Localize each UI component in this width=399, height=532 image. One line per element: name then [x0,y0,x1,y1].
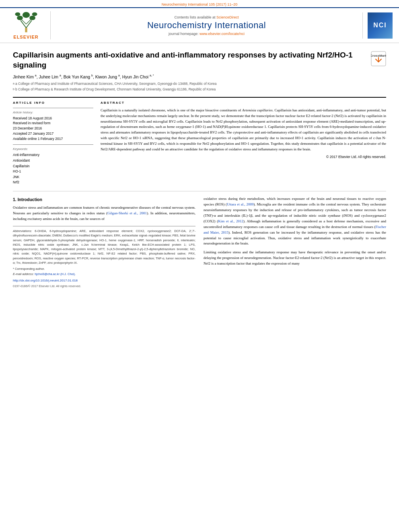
svg-rect-0 [25,28,27,32]
email-address[interactable]: hjchoi3@cha.ac.kr (H.J. Choi). [35,272,76,276]
abstract-column: ABSTRACT Capillarisin is a naturally iso… [101,101,386,185]
article-info-column: ARTICLE INFO Article history: Received 1… [13,101,93,185]
keywords-block: Keywords: Anti-inflammatory Antioxidant … [13,144,93,185]
sciencedirect-link[interactable]: ScienceDirect [216,15,239,19]
page-wrapper: Neurochemistry International 105 (2017) … [0,0,399,293]
main-content: Capillarisin augments anti-oxidative and… [0,43,399,293]
available-date: Available online 1 February 2017 [13,136,93,142]
keyword-anti-inflammatory: Anti-inflammatory [13,152,93,158]
keyword-capillarisin: Capillarisin [13,164,93,169]
body-two-col: 1. Introduction Oxidative stress and inf… [13,196,386,288]
keyword-antioxidant: Antioxidant [13,158,93,164]
intro-section-title: 1. Introduction [13,196,195,203]
nci-box: NCI [368,12,393,39]
svg-point-6 [17,16,23,20]
journal-header: ELSEVIER Contents lists available at Sci… [0,7,399,43]
elsevier-label: ELSEVIER [13,35,38,39]
abbreviations-block: Abbreviations: 6-OHDA, 6-hydroxydopamine… [13,229,195,265]
nci-label: NCI [373,22,387,29]
cite-kim2012[interactable]: Kim et al., 2012 [218,219,243,223]
section-divider [13,191,386,191]
journal-name: Neurochemistry International [56,20,358,31]
accepted-date: Accepted 27 January 2017 [13,131,93,136]
intro-para1: Oxidative stress and inflammation are co… [13,205,195,222]
keyword-ho1: HO-1 [13,169,93,175]
svg-point-5 [22,12,29,18]
email-line: E-mail address: hjchoi3@cha.ac.kr (H.J. … [13,272,195,276]
contents-line: Contents lists available at ScienceDirec… [56,15,358,19]
corresponding-author-note: * Corresponding author. [13,267,195,271]
elsevier-logo-area: ELSEVIER [6,11,51,39]
cite-fischer[interactable]: Fischer and Maier, 2015 [204,225,386,234]
svg-point-7 [29,16,35,20]
abstract-text: Capillarisin is a naturally isolated chr… [101,108,386,153]
footnote-area: Abbreviations: 6-OHDA, 6-hydroxydopamine… [13,226,195,288]
homepage-url[interactable]: www.elsevier.com/locate/nci [200,32,245,36]
keywords-label: Keywords: [13,147,93,151]
crossmark-icon: CrossMark [371,51,386,66]
svg-point-8 [15,12,20,16]
article-history-block: Article history: Received 18 August 2016… [13,108,93,142]
abbrev-text: 6-OHDA, 6-hydroxydopamine; ARE, antioxid… [13,229,195,265]
right-intro-para2: Limiting oxidative stress and the inflam… [204,250,386,267]
journal-ref-text: Neurochemistry International 105 (2017) … [162,2,238,6]
right-body-col: oxidative stress during their metabolism… [204,196,386,288]
cite-uttara[interactable]: Uttara et al., 2009 [227,202,253,206]
affiliation-b: b b College of Pharmacy & Research Insti… [13,87,386,92]
journal-homepage-line: journal homepage: www.elsevier.com/locat… [56,32,358,36]
right-intro-para1: oxidative stress during their metabolism… [204,196,386,246]
affiliation-a: a a College of Pharmacy and Institute of… [13,82,386,86]
nci-logo-area: NCI [362,12,393,39]
left-body-col: 1. Introduction Oxidative stress and inf… [13,196,195,288]
authors-line: Jinhee Kim a, Juhee Lim a, Bok Yun Kang … [13,74,386,79]
affiliations: a a College of Pharmacy and Institute of… [13,82,386,92]
article-info-heading: ARTICLE INFO [13,101,93,105]
abstract-heading: ABSTRACT [101,101,386,105]
elsevier-tree-icon [12,11,40,33]
cite-gilgun[interactable]: Gilgun-Sherki et al., 2001 [107,211,147,215]
article-info-abstract-section: ARTICLE INFO Article history: Received 1… [13,97,386,185]
copyright-line: © 2017 Elsevier Ltd. All rights reserved… [101,155,386,159]
revised-date: Received in revised form 23 December 201… [13,121,93,131]
svg-text:CrossMark: CrossMark [371,54,386,58]
issn-line: 0197-0186/© 2017 Elsevier Ltd. All right… [13,284,195,288]
keyword-nrf2: Nrf2 [13,180,93,185]
svg-point-9 [32,12,37,16]
history-label: Article history: [13,111,93,114]
keyword-jnk: JNK [13,175,93,180]
abbrev-label: Abbreviations: [13,229,32,233]
journal-title-area: Contents lists available at ScienceDirec… [56,15,358,36]
article-title: Capillarisin augments anti-oxidative and… [13,50,367,70]
doi-link[interactable]: http://dx.doi.org/10.1016/j.neuint.2017.… [13,278,195,283]
article-title-area: Capillarisin augments anti-oxidative and… [13,50,386,70]
received-date: Received 18 August 2016 [13,116,93,121]
journal-ref-bar: Neurochemistry International 105 (2017) … [0,0,399,7]
